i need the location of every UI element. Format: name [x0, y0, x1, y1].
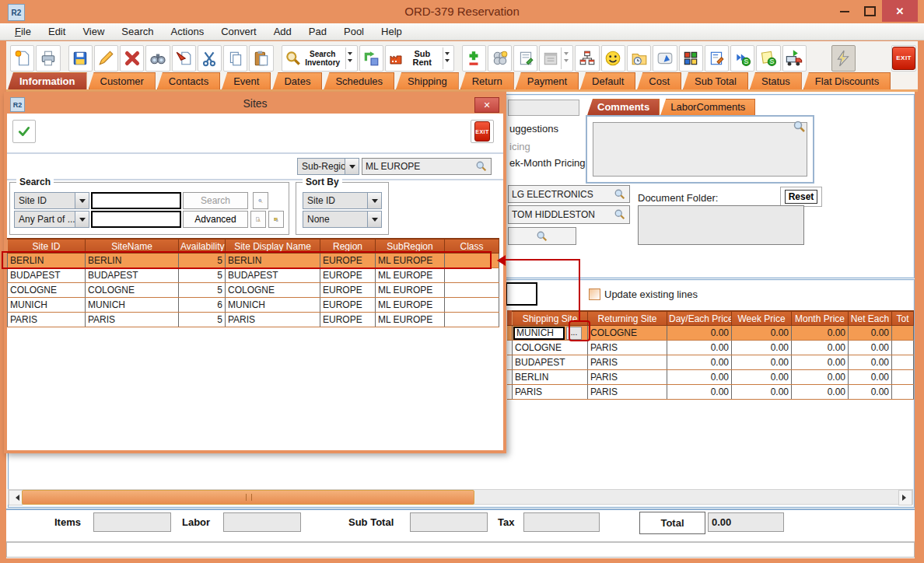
cell-subregion[interactable]: ML EUROPE [376, 283, 445, 298]
chevron-down-icon[interactable] [367, 193, 381, 208]
cell-month-price[interactable]: 0.00 [792, 326, 849, 341]
cell-month-price[interactable]: 0.00 [792, 370, 849, 385]
sub-rent-button[interactable]: Sub Rent [385, 45, 454, 72]
horizontal-scrollbar[interactable] [8, 489, 913, 505]
order-field[interactable] [508, 100, 579, 116]
cell-shipping-site[interactable]: COLOGNE [513, 341, 588, 355]
column-header-net-each[interactable]: Net Each [849, 311, 892, 326]
search-mode-dropdown[interactable]: Site ID [14, 192, 89, 209]
cell-availability[interactable]: 5 [179, 313, 226, 327]
customer-search-icon[interactable] [614, 188, 626, 201]
tab-dates[interactable]: Dates [272, 72, 322, 89]
cell-region[interactable]: EUROPE [320, 283, 376, 298]
sub-rent-dropdown-icon[interactable] [443, 47, 451, 69]
cell-class[interactable] [445, 313, 499, 327]
sort-secondary-dropdown[interactable]: None [303, 211, 382, 228]
cell-week-price[interactable]: 0.00 [732, 385, 792, 400]
cell-site-display-name[interactable]: COLOGNE [226, 283, 320, 298]
report-search-button[interactable] [250, 211, 266, 228]
sort-primary-dropdown[interactable]: Site ID [303, 192, 382, 209]
search-inventory-button[interactable]: Search Inventory [282, 45, 358, 72]
menu-item-pool[interactable]: Pool [335, 23, 373, 40]
cell-tot[interactable] [892, 355, 914, 370]
menu-item-help[interactable]: Help [373, 23, 411, 40]
edit-button[interactable] [94, 45, 118, 72]
cell-month-price[interactable]: 0.00 [792, 355, 849, 370]
cell-day-each-price[interactable]: 0.00 [667, 341, 732, 355]
tab-schedules[interactable]: Schedules [324, 72, 394, 89]
pool-button[interactable] [488, 45, 512, 72]
cell-site-id[interactable]: BUDAPEST [8, 268, 86, 283]
menu-item-actions[interactable]: Actions [163, 23, 213, 40]
advanced-search-button[interactable]: Advanced [183, 211, 248, 228]
subregion-value-field[interactable]: ML EUROPE [362, 158, 492, 175]
menu-item-convert[interactable]: Convert [212, 23, 265, 40]
tab-flat-discounts[interactable]: Flat Discounts [803, 72, 891, 89]
chevron-down-icon[interactable] [367, 212, 381, 227]
column-header-returning-site[interactable]: Returning Site [588, 311, 667, 326]
subregion-search-icon[interactable] [475, 160, 488, 173]
update-existing-lines-checkbox[interactable] [589, 288, 600, 300]
invoice-money-button[interactable]: S [756, 45, 780, 72]
edit-note-button[interactable] [705, 45, 729, 72]
cell-week-price[interactable]: 0.00 [732, 341, 792, 355]
minimize-button[interactable] [840, 11, 849, 12]
cell-net-each[interactable]: 0.00 [849, 355, 892, 370]
tab-shipping[interactable]: Shipping [396, 72, 459, 89]
contact-search-icon[interactable] [614, 208, 626, 221]
cut-button[interactable] [198, 45, 222, 72]
table-row-munich[interactable]: MUNICHMUNICH6MUNICHEUROPEML EUROPE [8, 298, 499, 313]
cell-returning-site[interactable]: PARIS [588, 355, 667, 370]
convert-order-button[interactable] [359, 45, 383, 72]
inventory-blocks-button[interactable] [679, 45, 703, 72]
cell-region[interactable]: EUROPE [320, 313, 376, 327]
cell-sitename[interactable]: PARIS [86, 313, 179, 327]
table-row-berlin[interactable]: BERLINPARIS0.000.000.000.00 [513, 370, 914, 385]
cell-site-id[interactable]: PARIS [8, 313, 86, 327]
save-button[interactable] [68, 45, 93, 72]
org-chart-button[interactable] [575, 45, 599, 72]
grid-search-button[interactable] [268, 211, 284, 228]
cell-sitename[interactable]: MUNICH [86, 298, 179, 313]
cell-net-each[interactable]: 0.00 [849, 370, 892, 385]
send-invoice-button[interactable]: S [730, 45, 754, 72]
cell-net-each[interactable]: 0.00 [849, 341, 892, 355]
comments-search-icon[interactable] [793, 120, 807, 134]
cell-availability[interactable]: 6 [179, 298, 226, 313]
cell-returning-site[interactable]: COLOGNE [588, 326, 667, 341]
lookup-search-icon[interactable] [536, 230, 548, 243]
tab-return[interactable]: Return [460, 72, 514, 89]
table-row-budapest[interactable]: BUDAPESTBUDAPEST5BUDAPESTEUROPEML EUROPE [8, 268, 499, 283]
copy-document-button[interactable] [172, 45, 196, 72]
column-header-week-price[interactable]: Week Price [732, 311, 792, 326]
search-input[interactable] [91, 192, 181, 209]
cell-availability[interactable]: 5 [179, 268, 226, 283]
copy-button[interactable] [223, 45, 247, 72]
tab-cost[interactable]: Cost [637, 72, 681, 89]
cell-tot[interactable] [892, 385, 914, 400]
cell-week-price[interactable]: 0.00 [732, 370, 792, 385]
cell-region[interactable]: EUROPE [320, 268, 376, 283]
cell-class[interactable] [445, 283, 499, 298]
table-row-paris[interactable]: PARISPARIS5PARISEUROPEML EUROPE [8, 313, 499, 327]
chevron-down-icon[interactable] [345, 159, 359, 174]
scroll-left-arrow-icon[interactable] [9, 490, 23, 505]
delete-button[interactable] [120, 45, 144, 72]
cell-subregion[interactable]: ML EUROPE [376, 298, 445, 313]
find-button[interactable] [145, 45, 170, 72]
cell-site-display-name[interactable]: PARIS [226, 313, 320, 327]
scroll-right-arrow-icon[interactable] [898, 490, 912, 505]
table-row-budapest[interactable]: BUDAPESTPARIS0.000.000.000.00 [513, 355, 914, 370]
paste-button[interactable] [249, 45, 273, 72]
cell-class[interactable] [445, 298, 499, 313]
print-button[interactable] [36, 45, 60, 72]
search-submit-button[interactable]: Search [183, 192, 248, 209]
document-folder-box[interactable] [638, 205, 804, 245]
cell-site-display-name[interactable]: MUNICH [226, 298, 320, 313]
cell-site-display-name[interactable]: BUDAPEST [226, 268, 320, 283]
table-row-cologne[interactable]: COLOGNECOLOGNE5COLOGNEEUROPEML EUROPE [8, 283, 499, 298]
cell-week-price[interactable]: 0.00 [732, 326, 792, 341]
comment-tab-comments[interactable]: Comments [587, 99, 660, 115]
comments-textarea[interactable] [593, 122, 807, 177]
exit-button[interactable]: EXIT [891, 45, 916, 72]
